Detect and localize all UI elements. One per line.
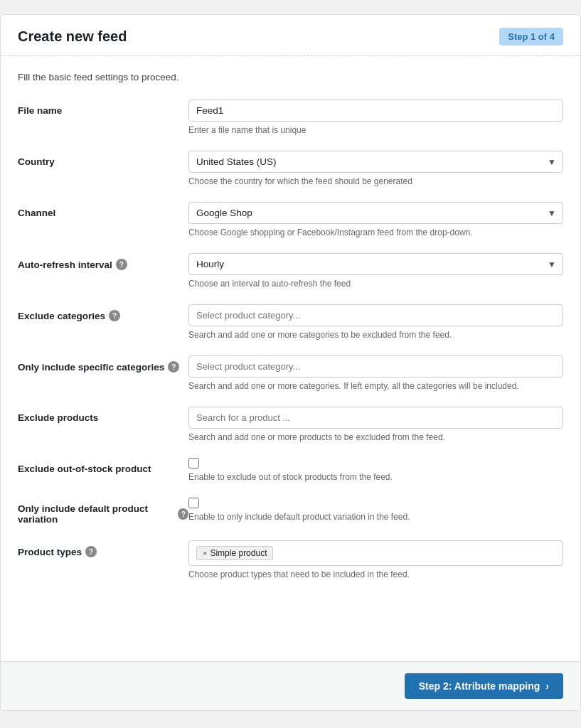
include-categories-input[interactable] [188, 355, 563, 378]
product-types-row: Product types ? × Simple product Choose … [18, 540, 563, 579]
default-variation-label: Only include default product variation ? [18, 498, 188, 525]
exclude-categories-input[interactable] [188, 304, 563, 326]
country-select-wrap: United States (US) United Kingdom (UK) C… [188, 151, 563, 173]
footer: Step 2: Attribute mapping › [1, 661, 580, 710]
include-categories-hint: Search and add one or more categories. I… [188, 381, 563, 391]
product-types-label: Product types ? [18, 540, 188, 557]
exclude-products-hint: Search and add one or more products to b… [188, 432, 563, 442]
file-name-hint: Enter a file name that is unique [188, 125, 563, 135]
exclude-categories-help-icon[interactable]: ? [109, 310, 120, 321]
product-type-tag-simple: × Simple product [196, 546, 273, 560]
country-row: Country United States (US) United Kingdo… [18, 151, 563, 186]
include-categories-control: Search and add one or more categories. I… [188, 355, 563, 391]
exclude-categories-row: Exclude categories ? Search and add one … [18, 304, 563, 340]
exclude-products-control: Search and add one or more products to b… [188, 407, 563, 442]
product-types-help-icon[interactable]: ? [85, 546, 97, 557]
subtitle: Fill the basic feed settings to proceed. [18, 72, 563, 82]
country-label: Country [18, 151, 188, 167]
exclude-categories-hint: Search and add one or more categories to… [188, 330, 563, 340]
exclude-products-row: Exclude products Search and add one or m… [18, 407, 563, 442]
country-select[interactable]: United States (US) United Kingdom (UK) C… [188, 151, 563, 173]
default-variation-checkbox-row [188, 498, 563, 508]
exclude-out-of-stock-checkbox-row [188, 458, 563, 469]
default-variation-row: Only include default product variation ?… [18, 498, 563, 525]
channel-control: Google Shop Facebook/Instagram ▼ Choose … [188, 202, 563, 237]
exclude-out-of-stock-checkbox[interactable] [188, 458, 199, 469]
include-categories-help-icon[interactable]: ? [168, 361, 179, 373]
country-hint: Choose the country for which the feed sh… [188, 176, 563, 186]
auto-refresh-hint: Choose an interval to auto-refresh the f… [188, 279, 563, 289]
default-variation-control: Enable to only include default product v… [188, 498, 563, 522]
include-categories-label: Only include specific categories ? [18, 355, 188, 373]
next-button-label: Step 2: Attribute mapping [419, 680, 540, 692]
default-variation-hint: Enable to only include default product v… [188, 512, 563, 522]
exclude-categories-control: Search and add one or more categories to… [188, 304, 563, 340]
include-categories-row: Only include specific categories ? Searc… [18, 355, 563, 391]
auto-refresh-select-wrap: Hourly Daily Weekly ▼ [188, 253, 563, 275]
tag-label-simple: Simple product [210, 548, 267, 558]
auto-refresh-row: Auto-refresh interval ? Hourly Daily Wee… [18, 253, 563, 289]
file-name-input[interactable] [188, 100, 563, 122]
next-button[interactable]: Step 2: Attribute mapping › [405, 673, 563, 699]
page-title: Create new feed [18, 28, 127, 45]
auto-refresh-control: Hourly Daily Weekly ▼ Choose an interval… [188, 253, 563, 289]
product-types-control: × Simple product Choose product types th… [188, 540, 563, 579]
product-types-tag-input[interactable]: × Simple product [188, 540, 563, 566]
file-name-label: File name [18, 100, 188, 116]
exclude-out-of-stock-label: Exclude out-of-stock product [18, 458, 188, 474]
next-button-arrow: › [545, 680, 549, 692]
file-name-row: File name Enter a file name that is uniq… [18, 100, 563, 135]
exclude-out-of-stock-hint: Enable to exclude out of stock products … [188, 472, 563, 482]
exclude-products-label: Exclude products [18, 407, 188, 423]
exclude-categories-label: Exclude categories ? [18, 304, 188, 321]
channel-select[interactable]: Google Shop Facebook/Instagram [188, 202, 563, 224]
exclude-out-of-stock-control: Enable to exclude out of stock products … [188, 458, 563, 482]
channel-row: Channel Google Shop Facebook/Instagram ▼… [18, 202, 563, 237]
auto-refresh-select[interactable]: Hourly Daily Weekly [188, 253, 563, 275]
country-control: United States (US) United Kingdom (UK) C… [188, 151, 563, 186]
tag-remove-simple[interactable]: × [203, 549, 207, 557]
exclude-out-of-stock-row: Exclude out-of-stock product Enable to e… [18, 458, 563, 482]
channel-label: Channel [18, 202, 188, 218]
product-types-hint: Choose product types that need to be inc… [188, 569, 563, 579]
auto-refresh-help-icon[interactable]: ? [116, 259, 127, 270]
channel-hint: Choose Google shopping or Facebook/Insta… [188, 228, 563, 237]
channel-select-wrap: Google Shop Facebook/Instagram ▼ [188, 202, 563, 224]
exclude-products-input[interactable] [188, 407, 563, 429]
default-variation-help-icon[interactable]: ? [178, 508, 188, 520]
file-name-control: Enter a file name that is unique [188, 100, 563, 135]
step-badge: Step 1 of 4 [499, 28, 563, 46]
auto-refresh-label: Auto-refresh interval ? [18, 253, 188, 270]
default-variation-checkbox[interactable] [188, 498, 199, 508]
